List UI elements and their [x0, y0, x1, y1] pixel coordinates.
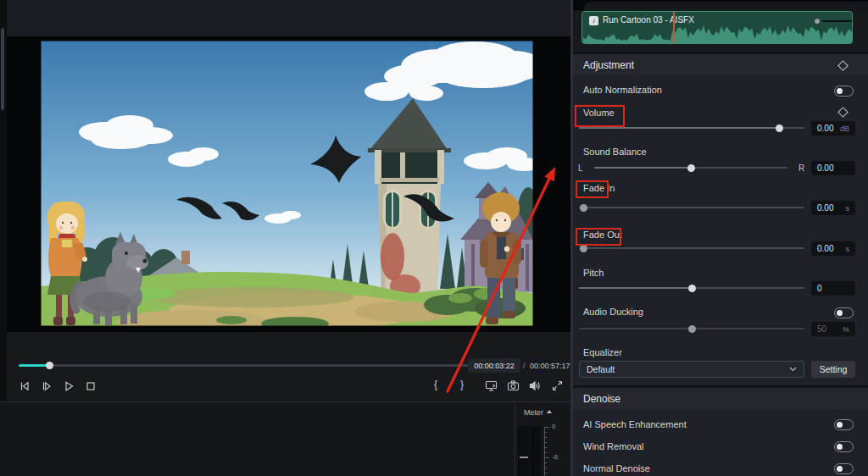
fade-out-slider[interactable]: [579, 247, 804, 249]
current-time: 00:00:03:22: [468, 358, 520, 373]
equalizer-setting-button[interactable]: Setting: [811, 361, 855, 378]
video-frame[interactable]: [41, 41, 533, 326]
wind-removal-toggle[interactable]: [834, 441, 854, 452]
auto-normalization-label: Auto Normalization: [583, 85, 662, 96]
preview-panel: 00:00:03:22 / 00:00:57:17 { }: [0, 0, 570, 401]
denoise-header[interactable]: Denoise: [573, 388, 868, 410]
equalizer-dropdown[interactable]: Default: [579, 361, 804, 378]
pitch-handle[interactable]: [688, 285, 696, 292]
equalizer-label: Equalizer: [583, 347, 622, 358]
volume-slider[interactable]: [579, 127, 804, 129]
fade-in-value[interactable]: 0.00s: [811, 201, 855, 215]
chevron-down-icon: [789, 367, 797, 372]
normal-denoise-label: Normal Denoise: [583, 463, 650, 474]
right-panel-topbar: [573, 0, 868, 10]
pitch-slider[interactable]: [579, 287, 804, 289]
balance-left-label: L: [578, 163, 583, 173]
sound-balance-label: Sound Balance: [583, 147, 647, 158]
sound-balance-slider[interactable]: [594, 167, 787, 169]
ai-speech-enhancement-label: AI Speech Enhancement: [583, 419, 687, 430]
clip-playhead: [673, 12, 675, 44]
total-duration: 00:00:57:17: [530, 362, 570, 370]
fade-in-slider[interactable]: [579, 207, 804, 208]
audio-ducking-value: 50%: [811, 322, 855, 336]
fullscreen-icon[interactable]: [551, 379, 565, 393]
seek-handle[interactable]: [46, 362, 53, 369]
audio-clip[interactable]: ♪ Run Cartoon 03 - AISFX: [581, 11, 853, 44]
left-rail: [0, 0, 7, 401]
ai-speech-enhancement-toggle[interactable]: [834, 419, 854, 430]
clip-title: Run Cartoon 03 - AISFX: [603, 15, 694, 25]
preview-header: [7, 0, 570, 36]
volume-slider-handle[interactable]: [776, 125, 783, 132]
pitch-label: Pitch: [583, 268, 604, 279]
panel-tab: [584, 2, 868, 10]
audio-ducking-slider[interactable]: [579, 328, 804, 329]
adjustment-header[interactable]: Adjustment: [573, 54, 868, 75]
clip-strip: ♪ Run Cartoon 03 - AISFX: [573, 10, 868, 51]
volume-keyframe-icon[interactable]: [837, 107, 849, 118]
sound-balance-value[interactable]: 0.00: [811, 161, 855, 175]
fade-in-handle[interactable]: [580, 204, 587, 212]
audio-meter-panel: Meter 0-6: [515, 401, 570, 476]
previous-frame-button[interactable]: [18, 379, 31, 393]
clip-volume-handle[interactable]: [814, 18, 821, 25]
time-separator: /: [523, 362, 526, 370]
mirror-display-icon[interactable]: [485, 379, 498, 393]
meter-scale-label: -6: [552, 453, 558, 461]
pitch-value[interactable]: 0: [811, 281, 855, 296]
balance-right-label: R: [798, 163, 804, 173]
meter-bar-left: [518, 426, 529, 476]
annotation-highlight-volume: [575, 105, 625, 127]
audio-ducking-handle[interactable]: [688, 325, 696, 333]
meter-bar-right: [530, 426, 541, 476]
seek-bar[interactable]: [19, 364, 468, 367]
snapshot-icon[interactable]: [507, 379, 520, 393]
auto-normalization-toggle[interactable]: [834, 86, 854, 97]
timeline-panel: 0 00:00:04:0500:00:04:1500:00:05:0000:00…: [0, 401, 515, 476]
fade-out-value[interactable]: 0.00s: [811, 241, 855, 256]
meter-scale-label: 0: [552, 423, 555, 430]
normal-denoise-toggle[interactable]: [834, 463, 854, 474]
audio-ducking-toggle[interactable]: [834, 307, 854, 318]
scrollbar-thumb[interactable]: [1, 28, 4, 110]
audio-ducking-label: Audio Ducking: [583, 307, 643, 318]
keyframe-diamond-icon[interactable]: [837, 60, 849, 71]
clip-volume-line: [822, 20, 852, 22]
mark-in-button[interactable]: {: [434, 378, 437, 391]
wind-removal-label: Wind Removal: [583, 441, 644, 452]
speaker-icon[interactable]: [529, 379, 542, 393]
annotation-highlight-fade-out: [576, 228, 621, 246]
meter-scale: 0-6: [544, 402, 570, 476]
annotation-highlight-fade-in: [576, 180, 609, 198]
meter-peak-indicator: [520, 457, 528, 458]
app-window: 00:00:03:22 / 00:00:57:17 { }: [0, 0, 868, 476]
play-button[interactable]: [62, 379, 75, 393]
sound-balance-handle[interactable]: [687, 164, 695, 172]
next-frame-button[interactable]: [40, 379, 53, 393]
volume-value[interactable]: 0.00dB: [811, 121, 855, 136]
stop-button[interactable]: [84, 379, 97, 393]
music-note-icon: ♪: [589, 16, 598, 25]
mark-out-button[interactable]: }: [460, 378, 464, 391]
